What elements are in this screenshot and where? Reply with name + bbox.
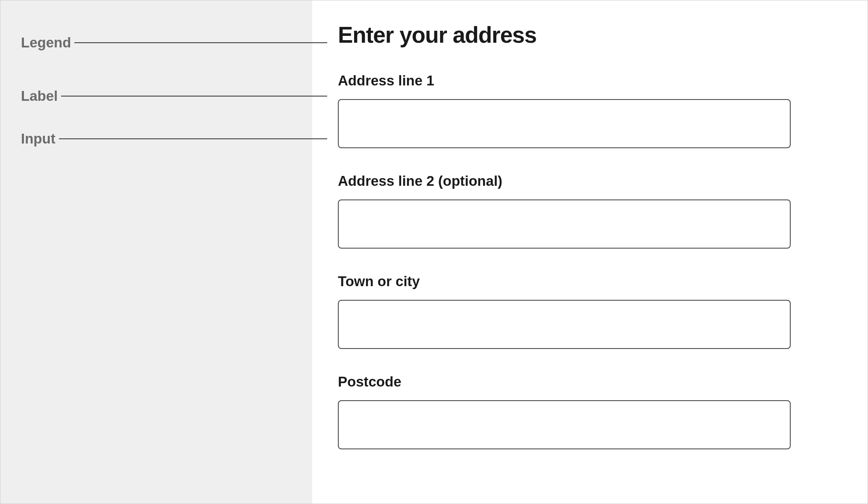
- annotation-legend: Legend: [21, 35, 312, 51]
- annotation-legend-line: [74, 42, 327, 43]
- annotation-label-line: [61, 96, 327, 97]
- annotation-input: Input: [21, 131, 312, 147]
- form-group-postcode: Postcode: [338, 374, 842, 449]
- label-town-city: Town or city: [338, 273, 842, 290]
- annotation-legend-label: Legend: [21, 35, 74, 51]
- diagram-container: Legend Label Input Enter your address Ad…: [0, 0, 868, 504]
- label-address-line-1: Address line 1: [338, 73, 842, 89]
- form-legend: Enter your address: [338, 22, 842, 48]
- annotation-label: Label: [21, 88, 312, 104]
- form-group-town-city: Town or city: [338, 273, 842, 349]
- annotation-input-label: Input: [21, 131, 59, 147]
- input-postcode[interactable]: [338, 400, 791, 449]
- input-town-city[interactable]: [338, 300, 791, 349]
- label-address-line-2: Address line 2 (optional): [338, 173, 842, 189]
- form-area: Enter your address Address line 1 Addres…: [312, 0, 868, 504]
- label-postcode: Postcode: [338, 374, 842, 390]
- form-group-address-line-1: Address line 1: [338, 73, 842, 148]
- form-group-address-line-2: Address line 2 (optional): [338, 173, 842, 249]
- input-address-line-1[interactable]: [338, 99, 791, 148]
- annotation-sidebar: Legend Label Input: [0, 0, 312, 504]
- annotation-label-label: Label: [21, 88, 61, 104]
- annotation-input-line: [59, 138, 327, 139]
- input-address-line-2[interactable]: [338, 199, 791, 249]
